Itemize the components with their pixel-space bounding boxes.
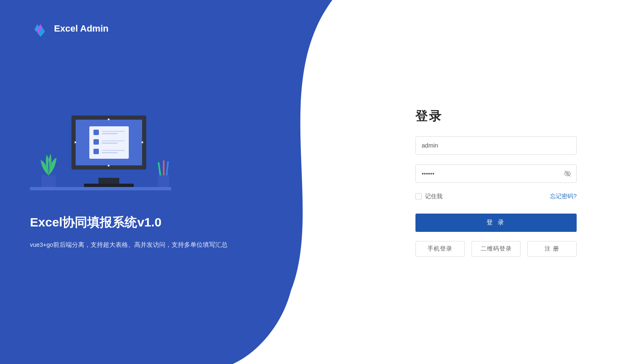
register-button[interactable]: 注 册: [527, 241, 577, 257]
form-options-row: 记住我 忘记密码?: [415, 193, 577, 200]
login-submit-button[interactable]: 登 录: [415, 214, 577, 232]
username-wrap: [415, 136, 577, 155]
login-title: 登录: [415, 108, 577, 125]
remember-me-checkbox[interactable]: [415, 193, 422, 199]
illustration: [30, 116, 171, 199]
brand-name: Excel Admin: [54, 23, 108, 34]
phone-login-button[interactable]: 手机登录: [415, 241, 465, 257]
login-form: 登录 记住我 忘记密码? 登 录: [415, 108, 577, 257]
promo-title: Excel协同填报系统v1.0: [30, 214, 228, 231]
brand-logo-icon: [32, 21, 48, 37]
password-input[interactable]: [415, 165, 577, 183]
qrcode-login-button[interactable]: 二维码登录: [472, 241, 521, 257]
remember-me-label: 记住我: [425, 193, 442, 200]
forgot-password-link[interactable]: 忘记密码?: [550, 193, 577, 200]
promo-text-area: Excel协同填报系统v1.0 vue3+go前后端分离，支持超大表格、高并发访…: [30, 214, 228, 249]
toggle-password-visibility-icon[interactable]: [563, 170, 572, 178]
password-wrap: [415, 165, 577, 183]
brand-logo-area: Excel Admin: [32, 21, 108, 37]
login-panel: 登录 记住我 忘记密码? 登 录: [363, 0, 629, 364]
remember-me-wrap[interactable]: 记住我: [415, 193, 442, 200]
alt-login-buttons: 手机登录 二维码登录 注 册: [415, 241, 577, 257]
username-input[interactable]: [415, 136, 577, 155]
promo-subtitle: vue3+go前后端分离，支持超大表格、高并发访问，支持多单位填写汇总: [30, 241, 228, 249]
